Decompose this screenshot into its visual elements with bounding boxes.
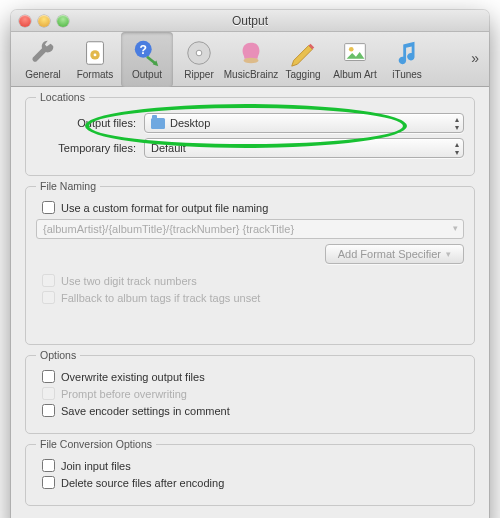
tab-musicbrainz[interactable]: MusicBrainz	[225, 32, 277, 87]
checkbox-save-encoder[interactable]: Save encoder settings in comment	[42, 404, 464, 417]
checkbox-label: Use two digit track numbers	[61, 275, 197, 287]
checkbox-join[interactable]: Join input files	[42, 459, 464, 472]
group-title: Options	[36, 349, 80, 361]
popup-temp-files[interactable]: Default ▴▾	[144, 138, 464, 158]
group-conversion: File Conversion Options Join input files…	[25, 444, 475, 506]
checkbox-two-digit: Use two digit track numbers	[42, 274, 464, 287]
svg-point-9	[349, 47, 354, 52]
tab-formats[interactable]: Formats	[69, 32, 121, 87]
help-arrow-icon: ?	[132, 38, 162, 68]
checkbox-label: Join input files	[61, 460, 131, 472]
checkbox-input[interactable]	[42, 404, 55, 417]
folder-icon	[151, 118, 165, 129]
document-icon	[80, 38, 110, 68]
toolbar: General Formats ? Output Ripper MusicBra…	[11, 32, 489, 87]
group-locations: Locations Output files: Desktop ▴▾ Tempo…	[25, 97, 475, 176]
tab-label: Tagging	[285, 69, 320, 80]
row-temp-files: Temporary files: Default ▴▾	[36, 138, 464, 158]
svg-text:?: ?	[140, 43, 147, 57]
tab-label: Album Art	[333, 69, 376, 80]
row-output-files: Output files: Desktop ▴▾	[36, 113, 464, 133]
checkbox-input[interactable]	[42, 370, 55, 383]
tab-album-art[interactable]: Album Art	[329, 32, 381, 87]
checkbox-input	[42, 387, 55, 400]
chevron-down-icon: ▾	[453, 223, 458, 233]
checkbox-label: Fallback to album tags if track tags uns…	[61, 292, 260, 304]
tab-label: General	[25, 69, 61, 80]
group-title: File Naming	[36, 180, 100, 192]
label-temp-files: Temporary files:	[36, 142, 144, 154]
format-field[interactable]: {albumArtist}/{albumTitle}/{trackNumber}…	[36, 219, 464, 239]
image-icon	[340, 38, 370, 68]
content: Locations Output files: Desktop ▴▾ Tempo…	[11, 87, 489, 518]
preferences-window: Output General Formats ? Output Ripper M…	[11, 10, 489, 518]
wrench-icon	[28, 38, 58, 68]
checkbox-label: Overwrite existing output files	[61, 371, 205, 383]
checkbox-input	[42, 291, 55, 304]
tab-label: Formats	[77, 69, 114, 80]
tab-ripper[interactable]: Ripper	[173, 32, 225, 87]
chevron-updown-icon: ▴▾	[455, 116, 459, 132]
tab-label: MusicBrainz	[224, 69, 278, 80]
checkbox-overwrite[interactable]: Overwrite existing output files	[42, 370, 464, 383]
brain-icon	[236, 38, 266, 68]
checkbox-prompt: Prompt before overwriting	[42, 387, 464, 400]
disc-icon	[184, 38, 214, 68]
checkbox-label: Use a custom format for output file nami…	[61, 202, 268, 214]
add-format-specifier-button[interactable]: Add Format Specifier ▾	[325, 244, 464, 264]
popup-value: Default	[151, 142, 186, 154]
tab-general[interactable]: General	[17, 32, 69, 87]
checkbox-input[interactable]	[42, 459, 55, 472]
chevron-down-icon: ▾	[446, 249, 451, 259]
popup-value: Desktop	[170, 117, 210, 129]
chevron-updown-icon: ▴▾	[455, 141, 459, 157]
tab-itunes[interactable]: iTunes	[381, 32, 433, 87]
checkbox-input[interactable]	[42, 476, 55, 489]
checkbox-input[interactable]	[42, 201, 55, 214]
tab-label: Output	[132, 69, 162, 80]
checkbox-fallback: Fallback to album tags if track tags uns…	[42, 291, 464, 304]
svg-point-2	[94, 53, 97, 56]
overflow-icon[interactable]: »	[471, 50, 479, 66]
tab-tagging[interactable]: Tagging	[277, 32, 329, 87]
checkbox-delete-source[interactable]: Delete source files after encoding	[42, 476, 464, 489]
group-title: Locations	[36, 91, 89, 103]
tab-label: iTunes	[392, 69, 422, 80]
popup-output-files[interactable]: Desktop ▴▾	[144, 113, 464, 133]
checkbox-input	[42, 274, 55, 287]
format-value: {albumArtist}/{albumTitle}/{trackNumber}…	[43, 223, 294, 235]
tab-label: Ripper	[184, 69, 213, 80]
tab-output[interactable]: ? Output	[121, 32, 173, 87]
group-naming: File Naming Use a custom format for outp…	[25, 186, 475, 345]
group-options: Options Overwrite existing output files …	[25, 355, 475, 434]
group-title: File Conversion Options	[36, 438, 156, 450]
checkbox-label: Save encoder settings in comment	[61, 405, 230, 417]
music-note-icon	[392, 38, 422, 68]
checkbox-label: Prompt before overwriting	[61, 388, 187, 400]
label-output-files: Output files:	[36, 117, 144, 129]
svg-point-7	[244, 58, 259, 64]
window-title: Output	[11, 14, 489, 28]
checkbox-label: Delete source files after encoding	[61, 477, 224, 489]
pencil-icon	[288, 38, 318, 68]
titlebar: Output	[11, 10, 489, 32]
checkbox-custom-format[interactable]: Use a custom format for output file nami…	[42, 201, 464, 214]
svg-point-6	[196, 50, 202, 56]
button-label: Add Format Specifier	[338, 248, 441, 260]
